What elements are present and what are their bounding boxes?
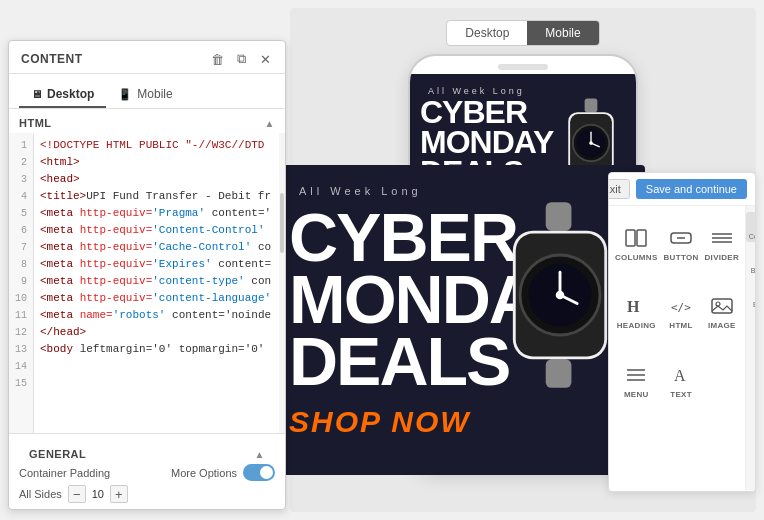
svg-point-8 <box>589 141 593 145</box>
svg-text:H: H <box>627 298 640 315</box>
line-numbers: 123456789101112131415 <box>9 133 34 433</box>
blocks-sidebar: COLUMNS BUTTON <box>609 206 755 490</box>
scrollbar-thumb <box>280 193 284 253</box>
blocks-panel: Exit Save and continue COLUMNS <box>608 172 756 492</box>
tab-blocks[interactable]: ⊟ Blocks <box>746 246 756 276</box>
big-ad-all-week: All Week Long <box>299 185 422 197</box>
block-image[interactable]: IMAGE <box>703 281 742 348</box>
svg-text:</>: </> <box>671 301 691 314</box>
general-section-label: GENERAL ▲ <box>19 440 275 464</box>
panel-header: CONTENT 🗑 ⧉ ✕ <box>9 41 285 74</box>
content-tab-icon: ⊞ <box>755 215 756 231</box>
columns-label: COLUMNS <box>615 253 658 262</box>
code-content[interactable]: <!DOCTYPE HTML PUBLIC "-//W3C//DTD <html… <box>34 133 285 433</box>
save-continue-button[interactable]: Save and continue <box>636 179 747 199</box>
columns-icon <box>625 229 647 250</box>
divider-label: DIVIDER <box>705 253 740 262</box>
svg-rect-9 <box>546 202 572 231</box>
general-row-padding: Container Padding More Options <box>19 464 275 481</box>
stepper-minus[interactable]: − <box>68 485 86 503</box>
tab-desktop[interactable]: 🖥 Desktop <box>19 82 106 108</box>
stepper-value: 10 <box>90 488 106 500</box>
toggle-switch[interactable] <box>243 464 275 481</box>
blocks-topbar: Exit Save and continue <box>609 173 755 206</box>
block-columns[interactable]: COLUMNS <box>613 212 660 279</box>
svg-rect-10 <box>546 359 572 388</box>
close-icon[interactable]: ✕ <box>257 51 273 67</box>
panel-scrollbar[interactable] <box>279 133 285 433</box>
text-label: TEXT <box>670 390 692 399</box>
svg-rect-19 <box>637 230 646 246</box>
blocks-tabs: ⊞ Content ⊟ Blocks ◎ Body <box>745 206 756 490</box>
code-editor[interactable]: 123456789101112131415 <!DOCTYPE HTML PUB… <box>9 133 285 433</box>
stepper-plus[interactable]: + <box>110 485 128 503</box>
device-toggle: Desktop Mobile <box>446 20 599 46</box>
block-divider[interactable]: DIVIDER <box>703 212 742 279</box>
svg-rect-0 <box>585 99 598 113</box>
block-text[interactable]: A TEXT <box>662 349 701 416</box>
general-section: GENERAL ▲ Container Padding More Options… <box>9 433 285 509</box>
device-desktop-btn[interactable]: Desktop <box>447 21 527 45</box>
tab-body[interactable]: ◎ Body <box>746 280 756 310</box>
padding-stepper: − 10 + <box>68 485 128 503</box>
divider-icon <box>711 229 733 250</box>
panel-header-icons: 🗑 ⧉ ✕ <box>209 51 273 67</box>
html-label: HTML <box>669 321 692 330</box>
html-icon: </> <box>670 297 692 318</box>
chevron-up-icon: ▲ <box>265 118 275 129</box>
svg-rect-18 <box>626 230 635 246</box>
button-label: BUTTON <box>664 253 699 262</box>
trash-icon[interactable]: 🗑 <box>209 51 225 67</box>
heading-label: HEADING <box>617 321 656 330</box>
big-ad-cta: SHOP NOW <box>289 405 471 439</box>
exit-button[interactable]: Exit <box>608 179 630 199</box>
block-button[interactable]: BUTTON <box>662 212 701 279</box>
big-preview: All Week Long CYBER MONDAY DEALS SHOP NO… <box>275 165 645 475</box>
mobile-icon: 📱 <box>118 88 132 101</box>
content-panel: CONTENT 🗑 ⧉ ✕ 🖥 Desktop 📱 Mobile HTML ▲ … <box>8 40 286 510</box>
tab-mobile[interactable]: 📱 Mobile <box>106 82 184 108</box>
heading-icon: H <box>625 297 647 318</box>
blocks-tab-icon: ⊟ <box>755 249 756 265</box>
image-label: IMAGE <box>708 321 736 330</box>
block-menu[interactable]: MENU <box>613 349 660 416</box>
block-html[interactable]: </> HTML <box>662 281 701 348</box>
button-icon <box>670 229 692 250</box>
panel-title: CONTENT <box>21 52 83 66</box>
menu-icon <box>625 366 647 387</box>
blocks-grid: COLUMNS BUTTON <box>609 206 745 490</box>
svg-text:A: A <box>674 367 686 384</box>
tab-bar: 🖥 Desktop 📱 Mobile <box>9 74 285 109</box>
padding-row: All Sides − 10 + <box>19 485 275 503</box>
big-watch-graphic <box>495 195 625 395</box>
copy-icon[interactable]: ⧉ <box>233 51 249 67</box>
chevron-up-icon-general: ▲ <box>255 449 265 460</box>
svg-rect-27 <box>712 299 732 313</box>
html-section-label: HTML ▲ <box>9 109 285 133</box>
tab-content[interactable]: ⊞ Content <box>746 212 756 242</box>
phone-speaker <box>498 64 548 70</box>
text-icon: A <box>670 366 692 387</box>
menu-label: MENU <box>624 390 649 399</box>
desktop-icon: 🖥 <box>31 88 42 100</box>
big-ad-deals: DEALS <box>289 327 509 395</box>
block-heading[interactable]: H HEADING <box>613 281 660 348</box>
image-icon <box>711 297 733 318</box>
device-mobile-btn[interactable]: Mobile <box>527 21 598 45</box>
svg-point-17 <box>556 291 565 300</box>
body-tab-icon: ◎ <box>755 283 756 299</box>
more-options-button[interactable]: More Options <box>171 467 237 479</box>
